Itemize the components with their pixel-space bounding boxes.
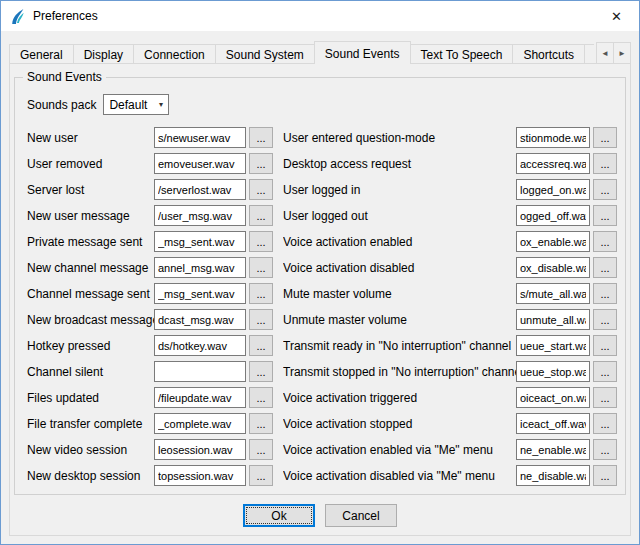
sound-file-input[interactable] [154, 465, 246, 486]
sounds-pack-combobox[interactable]: Default ▾ [103, 94, 169, 115]
sound-file-input[interactable] [154, 153, 246, 174]
sound-file-input[interactable] [154, 205, 246, 226]
browse-button[interactable]: ... [593, 439, 617, 460]
sound-event-row: Transmit stopped in "No interruption" ch… [283, 361, 617, 382]
close-button[interactable]: ✕ [594, 1, 639, 31]
tab-sound-events[interactable]: Sound Events [314, 41, 411, 64]
sound-file-input[interactable] [516, 257, 590, 278]
sound-file-input[interactable] [516, 439, 590, 460]
browse-button[interactable]: ... [249, 205, 273, 226]
browse-button[interactable]: ... [593, 127, 617, 148]
browse-button[interactable]: ... [249, 127, 273, 148]
sound-event-row: New desktop session ... [27, 465, 273, 486]
sound-file-input[interactable] [516, 387, 590, 408]
sound-file-input[interactable] [154, 413, 246, 434]
browse-button[interactable]: ... [593, 335, 617, 356]
browse-button[interactable]: ... [593, 257, 617, 278]
sound-event-row: New user message ... [27, 205, 273, 226]
browse-button[interactable]: ... [249, 257, 273, 278]
browse-button[interactable]: ... [249, 387, 273, 408]
sound-event-row: File transfer complete ... [27, 413, 273, 434]
sound-event-label: Voice activation triggered [283, 391, 516, 405]
sound-file-input[interactable] [154, 179, 246, 200]
sound-event-row: Private message sent ... [27, 231, 273, 252]
browse-button[interactable]: ... [593, 231, 617, 252]
browse-button[interactable]: ... [249, 309, 273, 330]
sound-event-label: New desktop session [27, 469, 154, 483]
sound-event-label: User removed [27, 157, 154, 171]
sound-file-input[interactable] [154, 361, 246, 382]
title-bar[interactable]: Preferences ✕ [1, 1, 639, 31]
browse-button[interactable]: ... [593, 309, 617, 330]
browse-button[interactable]: ... [593, 361, 617, 382]
cancel-button[interactable]: Cancel [325, 504, 397, 527]
browse-button[interactable]: ... [249, 283, 273, 304]
browse-button[interactable]: ... [593, 283, 617, 304]
tab-sound-system[interactable]: Sound System [215, 44, 315, 64]
tab-bar: GeneralDisplayConnectionSound SystemSoun… [9, 41, 631, 64]
sound-event-label: Voice activation enabled [283, 235, 516, 249]
tab-connection[interactable]: Connection [133, 44, 216, 64]
browse-button[interactable]: ... [593, 465, 617, 486]
tab-general[interactable]: General [9, 44, 74, 64]
tab-shortcuts[interactable]: Shortcuts [512, 44, 585, 64]
browse-button[interactable]: ... [249, 153, 273, 174]
browse-button[interactable]: ... [249, 465, 273, 486]
sound-event-label: User logged in [283, 183, 516, 197]
browse-button[interactable]: ... [593, 153, 617, 174]
tab-pane: Sound Events Sounds pack Default ▾ New u… [9, 64, 631, 536]
ok-button[interactable]: Ok [243, 504, 315, 527]
tab-scroll-left-button[interactable]: ◄ [596, 42, 614, 64]
tab-scroller: ◄ ► [597, 42, 631, 64]
sound-file-input[interactable] [516, 309, 590, 330]
browse-button[interactable]: ... [593, 387, 617, 408]
browse-button[interactable]: ... [593, 179, 617, 200]
browse-button[interactable]: ... [593, 205, 617, 226]
sound-event-label: New channel message [27, 261, 154, 275]
sound-event-row: Unmute master volume ... [283, 309, 617, 330]
sound-file-input[interactable] [154, 127, 246, 148]
sound-event-row: Desktop access request ... [283, 153, 617, 174]
tab-scroll-right-button[interactable]: ► [613, 42, 631, 64]
sound-event-row: User removed ... [27, 153, 273, 174]
tab-strip: GeneralDisplayConnectionSound SystemSoun… [9, 41, 594, 64]
sound-file-input[interactable] [516, 179, 590, 200]
sound-file-input[interactable] [516, 361, 590, 382]
browse-button[interactable]: ... [249, 361, 273, 382]
sound-file-input[interactable] [154, 231, 246, 252]
sound-file-input[interactable] [154, 309, 246, 330]
sound-event-row: Channel message sent ... [27, 283, 273, 304]
sound-file-input[interactable] [516, 153, 590, 174]
browse-button[interactable]: ... [249, 439, 273, 460]
tab-video[interactable]: Video [584, 44, 594, 64]
sound-events-groupbox: Sound Events Sounds pack Default ▾ New u… [14, 77, 626, 495]
sound-event-row: New broadcast message ... [27, 309, 273, 330]
groupbox-title: Sound Events [23, 70, 106, 84]
tab-text-to-speech[interactable]: Text To Speech [410, 44, 514, 64]
sound-event-label: New video session [27, 443, 154, 457]
sound-file-input[interactable] [516, 335, 590, 356]
sound-file-input[interactable] [516, 465, 590, 486]
sound-event-row: User logged in ... [283, 179, 617, 200]
sound-event-label: Voice activation disabled [283, 261, 516, 275]
sound-event-label: Server lost [27, 183, 154, 197]
sound-file-input[interactable] [154, 439, 246, 460]
sound-file-input[interactable] [516, 127, 590, 148]
sound-file-input[interactable] [154, 387, 246, 408]
sound-file-input[interactable] [154, 283, 246, 304]
browse-button[interactable]: ... [249, 231, 273, 252]
sound-file-input[interactable] [154, 335, 246, 356]
sound-event-row: Hotkey pressed ... [27, 335, 273, 356]
sound-file-input[interactable] [516, 283, 590, 304]
browse-button[interactable]: ... [593, 413, 617, 434]
browse-button[interactable]: ... [249, 179, 273, 200]
browse-button[interactable]: ... [249, 413, 273, 434]
tab-display[interactable]: Display [73, 44, 134, 64]
sound-event-row: Voice activation enabled ... [283, 231, 617, 252]
sound-file-input[interactable] [516, 413, 590, 434]
sound-file-input[interactable] [154, 257, 246, 278]
browse-button[interactable]: ... [249, 335, 273, 356]
sound-events-column-left: New user ... User removed ... Server los… [27, 127, 273, 491]
sound-file-input[interactable] [516, 231, 590, 252]
sound-file-input[interactable] [516, 205, 590, 226]
